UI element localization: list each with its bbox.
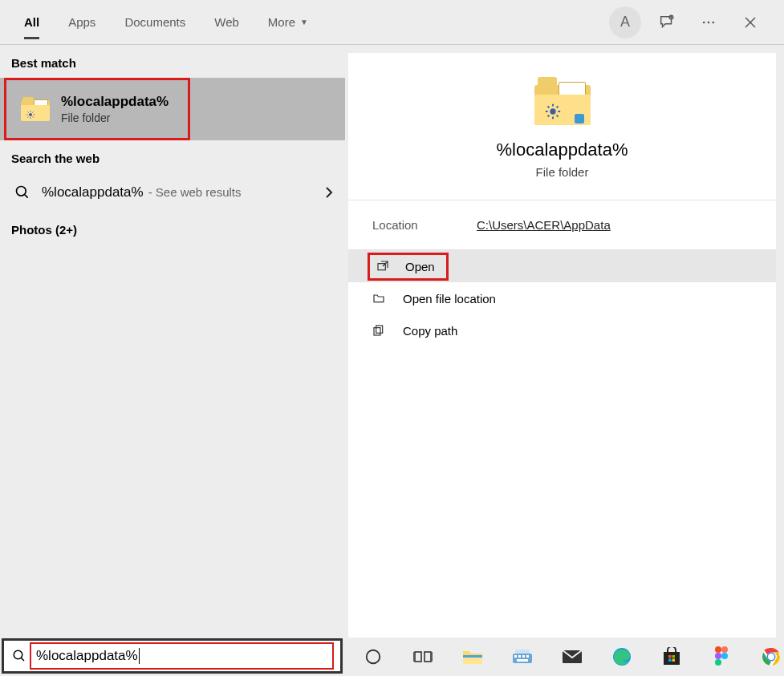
svg-point-13 xyxy=(14,650,22,659)
file-explorer-icon[interactable] xyxy=(460,644,485,670)
open-icon xyxy=(376,260,391,273)
svg-point-9 xyxy=(550,108,555,114)
tab-more[interactable]: More ▼ xyxy=(254,0,323,44)
taskbar: %localappdata% xyxy=(0,638,784,676)
action-label: Copy path xyxy=(403,324,457,338)
avatar-initial: A xyxy=(620,14,630,30)
svg-point-6 xyxy=(29,113,32,116)
svg-point-40 xyxy=(715,659,721,666)
cortana-icon[interactable] xyxy=(360,644,386,670)
figma-icon[interactable] xyxy=(709,644,734,670)
svg-point-1 xyxy=(703,21,705,23)
location-row: Location C:\Users\ACER\AppData xyxy=(348,200,776,250)
best-match-item[interactable]: %localappdata% File folder xyxy=(4,78,190,140)
svg-rect-32 xyxy=(668,655,672,658)
mail-icon[interactable] xyxy=(559,644,585,670)
svg-rect-22 xyxy=(513,654,532,663)
svg-point-38 xyxy=(715,653,721,659)
chat-icon[interactable] xyxy=(651,6,683,38)
keyboard-icon[interactable] xyxy=(510,644,535,670)
action-label: Open xyxy=(405,260,435,273)
web-result-text: %localappdata% - See web results xyxy=(42,184,324,200)
detail-title: %localappdata% xyxy=(497,140,628,160)
svg-rect-12 xyxy=(374,328,380,335)
tab-label: More xyxy=(268,15,295,29)
svg-point-43 xyxy=(768,654,774,660)
web-result-sub: - See web results xyxy=(148,185,242,199)
svg-point-7 xyxy=(17,187,26,196)
svg-rect-27 xyxy=(517,659,528,662)
tab-apps[interactable]: Apps xyxy=(54,0,110,44)
tab-label: All xyxy=(24,15,39,29)
detail-subtitle: File folder xyxy=(536,165,589,179)
search-icon xyxy=(12,649,26,663)
svg-rect-11 xyxy=(376,326,383,333)
open-highlight: Open xyxy=(368,253,449,281)
edge-icon[interactable] xyxy=(609,644,635,670)
svg-rect-21 xyxy=(463,655,482,658)
search-web-header: Search the web xyxy=(0,140,345,173)
results-list: Best match %localappdata% File folder xyxy=(0,45,345,638)
chevron-right-icon xyxy=(324,186,334,199)
action-copy-path[interactable]: Copy path xyxy=(348,314,776,346)
search-tabs-row: All Apps Documents Web More ▼ A xyxy=(0,0,784,44)
search-input[interactable]: %localappdata% xyxy=(30,642,334,670)
svg-rect-23 xyxy=(514,655,517,658)
tab-documents[interactable]: Documents xyxy=(110,0,200,44)
search-value: %localappdata% xyxy=(36,648,138,664)
folder-icon xyxy=(21,97,50,121)
close-icon[interactable] xyxy=(734,6,766,38)
svg-rect-26 xyxy=(526,655,529,658)
svg-rect-31 xyxy=(664,652,680,665)
detail-panel: %localappdata% File folder Location C:\U… xyxy=(348,53,776,638)
task-view-icon[interactable] xyxy=(410,644,436,670)
location-value[interactable]: C:\Users\ACER\AppData xyxy=(477,218,611,232)
tab-web[interactable]: Web xyxy=(200,0,254,44)
web-result-item[interactable]: %localappdata% - See web results xyxy=(0,173,345,212)
more-icon[interactable] xyxy=(693,6,725,38)
tab-label: Apps xyxy=(68,15,95,29)
tab-label: Web xyxy=(214,15,239,29)
detail-head: %localappdata% File folder xyxy=(348,53,776,200)
tabrow-right: A xyxy=(609,6,774,38)
main-area: Best match %localappdata% File folder xyxy=(0,45,784,638)
copy-icon xyxy=(372,324,387,337)
svg-rect-35 xyxy=(672,659,676,662)
taskbar-search[interactable]: %localappdata% xyxy=(2,638,343,674)
svg-rect-24 xyxy=(518,655,521,658)
svg-point-15 xyxy=(367,650,380,664)
chrome-icon[interactable] xyxy=(758,644,784,670)
svg-line-14 xyxy=(21,658,24,661)
svg-point-39 xyxy=(721,653,728,659)
user-avatar[interactable]: A xyxy=(609,6,641,38)
tab-label: Documents xyxy=(124,15,185,29)
svg-rect-28 xyxy=(515,650,530,654)
chevron-down-icon: ▼ xyxy=(300,18,308,26)
best-match-row: %localappdata% File folder xyxy=(0,78,345,140)
action-open-location[interactable]: Open file location xyxy=(348,282,776,314)
web-result-term: %localappdata% xyxy=(42,184,144,200)
svg-rect-34 xyxy=(668,659,672,662)
action-label: Open file location xyxy=(403,292,496,306)
store-icon[interactable] xyxy=(659,644,684,670)
folder-location-icon xyxy=(372,292,387,305)
svg-point-36 xyxy=(715,646,721,653)
taskbar-tray xyxy=(360,644,784,670)
search-icon xyxy=(14,184,30,200)
svg-rect-25 xyxy=(522,655,525,658)
svg-point-37 xyxy=(721,646,728,653)
svg-line-8 xyxy=(25,195,28,198)
svg-rect-33 xyxy=(672,655,676,658)
action-open[interactable]: Open xyxy=(348,250,776,282)
tab-all[interactable]: All xyxy=(10,0,54,44)
svg-point-3 xyxy=(713,21,715,23)
location-label: Location xyxy=(372,218,477,232)
folder-icon xyxy=(534,77,591,125)
svg-rect-16 xyxy=(415,652,421,662)
photos-header[interactable]: Photos (2+) xyxy=(0,212,345,245)
best-match-subtitle: File folder xyxy=(61,111,169,124)
text-caret xyxy=(139,648,140,664)
svg-rect-17 xyxy=(424,652,431,662)
search-tabs: All Apps Documents Web More ▼ xyxy=(10,0,323,44)
svg-point-2 xyxy=(708,21,710,23)
